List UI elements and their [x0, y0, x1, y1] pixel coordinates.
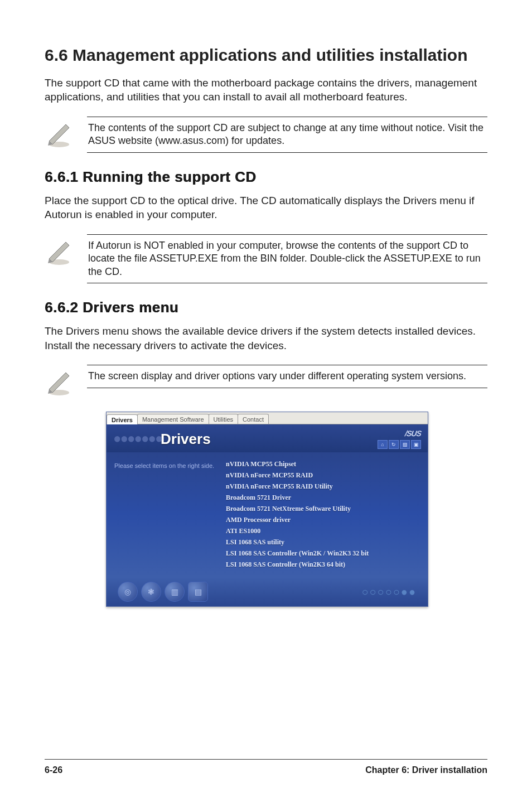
driver-item[interactable]: LSI 1068 SAS Controller (Win2K / Win2K3 … — [226, 549, 422, 558]
decorative-dots: ●●●●●●● — [113, 431, 162, 446]
disc-icon[interactable]: ◎ — [118, 582, 138, 602]
drivers-window: Drivers Management Software Utilities Co… — [106, 412, 428, 607]
subsection-1-title: 6.6.1 Running the support CD — [45, 168, 487, 186]
page-footer: 6-26 Chapter 6: Driver installation — [45, 759, 487, 775]
driver-item[interactable]: LSI 1068 SAS Controller (Win2K3 64 bit) — [226, 561, 422, 569]
refresh-icon[interactable]: ↻ — [389, 440, 399, 449]
folder-icon[interactable]: ▥ — [165, 582, 185, 602]
subsection-2-title: 6.6.2 Drivers menu — [45, 299, 487, 316]
section-intro: The support CD that came with the mother… — [45, 76, 487, 104]
note-block-3: The screen display and driver options va… — [45, 365, 487, 396]
home-icon[interactable]: ⌂ — [378, 440, 388, 449]
pencil-icon — [45, 236, 74, 265]
note-text-2: If Autorun is NOT enabled in your comput… — [87, 234, 487, 283]
doc-icon[interactable]: ▧ — [400, 440, 410, 449]
chapter-label: Chapter 6: Driver installation — [365, 765, 487, 775]
driver-item[interactable]: nVIDIA MCP55 Chipset — [226, 460, 422, 468]
drivers-heading: Drivers — [161, 431, 211, 448]
svg-marker-4 — [49, 242, 69, 262]
tab-utilities[interactable]: Utilities — [209, 414, 238, 424]
tab-contact[interactable]: Contact — [238, 414, 269, 424]
subsection-2-body: The Drivers menu shows the available dev… — [45, 324, 487, 352]
drivers-footer: ◎ ❃ ▥ ▤ ○○○○○●● — [107, 577, 428, 606]
driver-item[interactable]: Broadcom 5721 NetXtreme Software Utility — [226, 505, 422, 513]
driver-item[interactable]: LSI 1068 SAS utility — [226, 538, 422, 547]
driver-item[interactable]: nVIDIA nForce MCP55 RAID — [226, 471, 422, 480]
tab-drivers[interactable]: Drivers — [107, 414, 138, 424]
svg-marker-7 — [49, 373, 69, 393]
svg-marker-1 — [49, 124, 69, 144]
footer-icon-row: ◎ ❃ ▥ ▤ — [118, 582, 208, 602]
drivers-list: nVIDIA MCP55 Chipset nVIDIA nForce MCP55… — [220, 460, 422, 572]
page-number: 6-26 — [45, 765, 62, 775]
section-title: 6.6 Management applications and utilitie… — [45, 45, 487, 66]
driver-item[interactable]: ATI ES1000 — [226, 527, 422, 535]
close-icon[interactable]: ▣ — [411, 440, 421, 449]
driver-item[interactable]: nVIDIA nForce MCP55 RAID Utility — [226, 482, 422, 491]
note-block-2: If Autorun is NOT enabled in your comput… — [45, 234, 487, 283]
drivers-left-prompt: Please select items on the right side. — [114, 460, 220, 572]
note-block-1: The contents of the support CD are subje… — [45, 117, 487, 153]
decorative-dots-footer: ○○○○○●● — [361, 586, 417, 598]
note-text-1: The contents of the support CD are subje… — [87, 117, 487, 153]
asus-logo: /SUS — [377, 429, 422, 438]
tab-management-software[interactable]: Management Software — [137, 414, 209, 424]
subsection-1-body: Place the support CD to the optical driv… — [45, 194, 487, 222]
drivers-header: ●●●●●●● Drivers /SUS ⌂ ↻ ▧ ▣ — [107, 424, 428, 452]
pencil-icon — [45, 367, 74, 396]
pencil-icon — [45, 119, 74, 148]
note-text-3: The screen display and driver options va… — [87, 365, 487, 388]
drivers-content: Please select items on the right side. n… — [107, 452, 428, 577]
document-icon[interactable]: ▤ — [188, 582, 208, 602]
globe-icon[interactable]: ❃ — [141, 582, 161, 602]
header-icons: ⌂ ↻ ▧ ▣ — [378, 440, 421, 449]
driver-item[interactable]: AMD Processor driver — [226, 516, 422, 524]
tab-bar: Drivers Management Software Utilities Co… — [107, 412, 428, 424]
driver-item[interactable]: Broadcom 5721 Driver — [226, 494, 422, 502]
